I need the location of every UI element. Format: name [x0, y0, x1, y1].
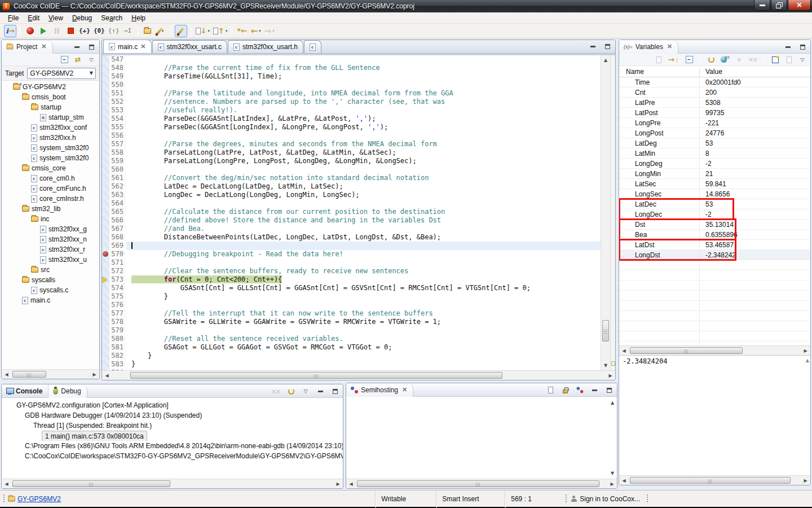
- remove-variable-button[interactable]: ×: [734, 55, 744, 65]
- variable-row-LongDeg[interactable]: LongDeg-2: [619, 159, 810, 169]
- tree-item-core-cm0-h[interactable]: ccore_cm0.h: [2, 173, 99, 183]
- close-window-button[interactable]: ✕: [788, 0, 811, 11]
- editor-vertical-scrollbar[interactable]: ▲ ▼ ———: [601, 55, 610, 370]
- editor-margin[interactable]: [102, 309, 109, 318]
- tree-item-src[interactable]: src: [2, 265, 99, 275]
- close-variables-tab-icon[interactable]: ✕: [667, 43, 672, 50]
- minimize-button[interactable]: [589, 385, 599, 395]
- close-project-tab-icon[interactable]: ✕: [41, 43, 46, 50]
- scroll-right-icon[interactable]: ▶: [801, 476, 810, 485]
- debug-tree-item[interactable]: 1 main() main.c:573 0x080010ca: [2, 431, 343, 441]
- editor-margin[interactable]: [102, 157, 109, 165]
- view-menu-button[interactable]: ▽: [86, 55, 96, 65]
- editor-margin[interactable]: [102, 148, 109, 157]
- remove-all-terminated-button[interactable]: ××: [271, 386, 281, 396]
- editor-margin[interactable]: [102, 335, 109, 343]
- editor-margin[interactable]: [102, 301, 109, 309]
- editor-margin[interactable]: [102, 123, 109, 132]
- tab-semihosting[interactable]: Semihosting ✕: [346, 383, 413, 397]
- project-status-link[interactable]: GY-GPS6MV2: [17, 495, 61, 503]
- scroll-right-icon[interactable]: ▶: [801, 346, 810, 356]
- drag-grip[interactable]: [3, 494, 5, 503]
- scroll-left-icon[interactable]: ◀: [346, 479, 356, 489]
- tree-item-stm32f0xx-r[interactable]: cstm32f0xx_r: [2, 244, 99, 255]
- maximize-button[interactable]: [330, 386, 340, 396]
- close-tab-icon[interactable]: ✕: [140, 43, 145, 50]
- tree-item-stm32-lib[interactable]: stm32_lib: [2, 204, 99, 214]
- minimize-button[interactable]: [315, 386, 325, 396]
- signin-link[interactable]: Sign in to CooCox...: [580, 495, 640, 503]
- maximize-button[interactable]: [602, 41, 612, 51]
- tree-item-stm32f0xx-h[interactable]: cstm32f0xx.h: [2, 133, 99, 143]
- tree-item-stm32f0xx-conf[interactable]: cstm32f0xx_conf: [2, 122, 99, 133]
- link-with-editor-button[interactable]: ⇄: [73, 55, 83, 65]
- variable-row-Cnt[interactable]: Cnt200: [619, 87, 810, 98]
- variables-horizontal-scrollbar[interactable]: ◀ ▶ |||: [619, 345, 810, 355]
- editor-margin[interactable]: [102, 72, 109, 81]
- open-new-view-button[interactable]: [770, 55, 780, 65]
- resume-button[interactable]: [37, 25, 50, 37]
- editor-margin[interactable]: [102, 250, 109, 259]
- export-log-button[interactable]: [545, 385, 555, 395]
- collapse-all-button[interactable]: −: [59, 55, 69, 65]
- editor-tab-stm32f0xx_usart.c[interactable]: cstm32f0xx_usart.c: [152, 40, 227, 53]
- variable-row-LatPre[interactable]: LatPre5308: [619, 98, 810, 108]
- tree-item-startup[interactable]: startup: [2, 102, 99, 112]
- tree-item-syscalls[interactable]: syscalls: [2, 275, 99, 285]
- debug-tree-item[interactable]: C:\Program Files (x86)\GNU Tools ARM Emb…: [2, 441, 343, 451]
- editor-margin[interactable]: [102, 191, 109, 199]
- debug-tree-item[interactable]: GY-GPS6MV2.configuration [Cortex-M Appli…: [2, 400, 343, 410]
- close-semihosting-tab-icon[interactable]: ✕: [402, 386, 407, 393]
- scroll-down-icon[interactable]: ▼: [609, 470, 616, 476]
- relaunch-button[interactable]: [286, 386, 296, 396]
- variable-row-LatDst[interactable]: LatDst53.46587: [619, 240, 810, 250]
- variable-row-Bea[interactable]: Bea0.6355896: [619, 230, 810, 240]
- editor-margin[interactable]: [102, 115, 109, 123]
- scroll-left-icon[interactable]: ◀: [619, 346, 629, 356]
- connect-target-button[interactable]: [575, 385, 585, 395]
- editor-margin[interactable]: [102, 267, 109, 275]
- tab-project[interactable]: Project ✕: [2, 40, 53, 54]
- variable-row-Dst[interactable]: Dst35.13014: [619, 220, 810, 230]
- overview-ruler[interactable]: [610, 55, 615, 370]
- editor-margin[interactable]: [102, 292, 109, 301]
- tree-item-system-stm32f0[interactable]: csystem_stm32f0: [2, 153, 99, 163]
- tab-console[interactable]: Console: [2, 384, 48, 398]
- editor-margin[interactable]: [102, 64, 109, 72]
- editor-margin[interactable]: [102, 106, 109, 115]
- editor-margin[interactable]: [102, 275, 109, 284]
- tree-item-cmsis-boot[interactable]: cmsis_boot: [2, 92, 99, 102]
- editor-margin[interactable]: [102, 326, 109, 335]
- variable-row-LatDeg[interactable]: LatDeg53: [619, 138, 810, 148]
- step-over-button[interactable]: {0}: [92, 25, 106, 37]
- editor-margin[interactable]: [102, 98, 109, 106]
- minimize-button[interactable]: [783, 42, 793, 52]
- tree-item-startup-stm[interactable]: Sstartup_stm: [2, 112, 99, 122]
- scroll-left-icon[interactable]: ◀: [619, 476, 629, 485]
- drag-grip[interactable]: [646, 494, 648, 503]
- variable-detail-pane[interactable]: -2.34824204 ▲: [619, 355, 810, 475]
- editor-margin[interactable]: [102, 199, 109, 208]
- editor-margin[interactable]: [102, 242, 109, 250]
- column-name[interactable]: Name: [619, 68, 700, 76]
- reset-device-button[interactable]: [24, 25, 36, 37]
- scroll-up-icon[interactable]: ▲: [806, 358, 809, 363]
- editor-margin[interactable]: [102, 259, 109, 267]
- editor-margin[interactable]: [102, 216, 109, 225]
- debug-instruction-stepping-button[interactable]: i→: [4, 25, 16, 37]
- editor-margin[interactable]: [102, 89, 109, 98]
- menu-help[interactable]: Help: [127, 13, 150, 23]
- editor-margin[interactable]: [102, 81, 109, 89]
- editor-margin[interactable]: [102, 55, 109, 64]
- tree-item-stm32f0xx-u[interactable]: cstm32f0xx_u: [2, 255, 99, 265]
- view-menu-button[interactable]: ▽: [301, 386, 311, 396]
- code-editor[interactable]: 547548 //Parse the current time of fix f…: [102, 55, 601, 370]
- scroll-left-icon[interactable]: ◀: [2, 479, 11, 489]
- editor-margin[interactable]: [102, 318, 109, 326]
- variable-row-Time[interactable]: Time0x20001fd0: [619, 77, 810, 87]
- view-menu-button[interactable]: ▽: [797, 55, 807, 65]
- show-type-names-button[interactable]: [654, 55, 664, 65]
- scroll-down-icon[interactable]: ▼: [601, 361, 610, 370]
- scroll-up-icon[interactable]: ▲: [609, 399, 616, 406]
- drag-grip[interactable]: [565, 494, 567, 503]
